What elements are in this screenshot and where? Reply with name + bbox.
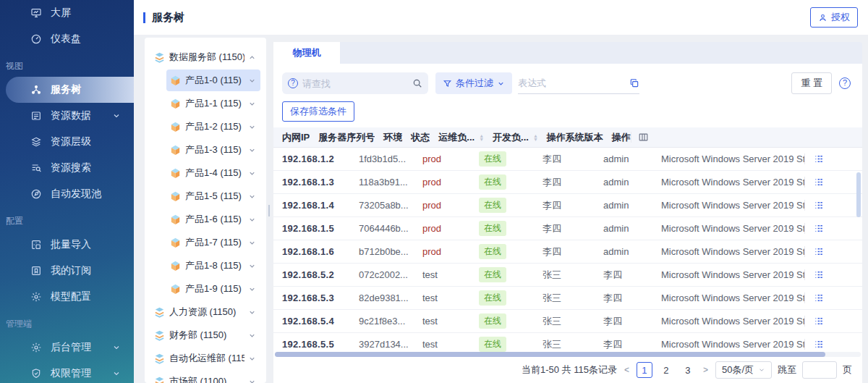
- tree-node[interactable]: 产品1-1 (115): [166, 93, 260, 114]
- copy-icon[interactable]: [629, 78, 639, 88]
- table-row[interactable]: 192.168.5.3 82de9381... test 在线 张三 李四 Mi…: [273, 287, 862, 310]
- table-column-header[interactable]: 环境 ▲▼: [375, 131, 402, 144]
- search-icon[interactable]: [412, 78, 422, 88]
- row-actions-icon[interactable]: [814, 246, 825, 257]
- save-filter-button[interactable]: 保存筛选条件: [282, 101, 354, 122]
- sidebar-item[interactable]: 视图: [0, 55, 134, 77]
- tree-node-chevron-icon[interactable]: [248, 54, 256, 62]
- sidebar-item[interactable]: 后台管理: [0, 334, 134, 361]
- sort-carets-icon[interactable]: ▲▼: [479, 134, 484, 141]
- tree-node[interactable]: 人力资源 (1150): [150, 301, 260, 323]
- table-column-header[interactable]: 内网IP ▲▼: [273, 131, 310, 144]
- search-input[interactable]: [302, 78, 408, 89]
- tree-node[interactable]: 产品1-2 (115): [166, 116, 260, 138]
- sidebar-item[interactable]: 批量导入: [0, 232, 134, 258]
- tree-node[interactable]: 产品1-5 (115): [166, 185, 260, 207]
- page-number-button[interactable]: 2: [658, 362, 674, 378]
- page-size-select[interactable]: 50条/页: [715, 361, 772, 379]
- tree-node[interactable]: 产品1-9 (115): [166, 278, 260, 300]
- tree-node-chevron-icon[interactable]: [248, 355, 256, 363]
- tree-node[interactable]: 产品1-4 (115): [166, 162, 260, 184]
- table-column-header[interactable]: 运维负... ▲▼: [430, 131, 484, 144]
- panel-resize-handle[interactable]: [268, 205, 270, 216]
- row-actions-icon[interactable]: [814, 292, 825, 303]
- condition-filter-button[interactable]: 条件过滤: [435, 72, 512, 94]
- sidebar-item[interactable]: 资源层级: [0, 129, 134, 155]
- tab-physical-machine[interactable]: 物理机: [273, 42, 340, 64]
- page-number-button[interactable]: 1: [637, 362, 652, 378]
- sidebar-item[interactable]: 权限管理: [0, 361, 134, 383]
- tree-node[interactable]: 产品1-8 (115): [166, 255, 260, 277]
- table-column-header[interactable]: 状态 ▲▼: [402, 131, 430, 144]
- sidebar-item[interactable]: 管理端: [0, 313, 134, 334]
- table-row[interactable]: 192.168.5.4 9c21f8e3... test 在线 张三 李四 Mi…: [273, 310, 862, 333]
- row-actions-icon[interactable]: [814, 200, 825, 211]
- cell-env: test: [414, 292, 470, 303]
- tree-node-chevron-icon[interactable]: [248, 146, 256, 154]
- table-row[interactable]: 192.168.1.6 b712b0be... prod 在线 李四 admin…: [273, 240, 862, 264]
- table-row[interactable]: 192.168.1.5 7064446b... prod 在线 李四 admin…: [273, 217, 862, 240]
- tree-node-chevron-icon[interactable]: [248, 332, 256, 340]
- row-actions-icon[interactable]: [814, 339, 825, 350]
- sidebar-item[interactable]: 资源搜索: [0, 155, 134, 181]
- row-actions-icon[interactable]: [814, 153, 825, 164]
- table-row[interactable]: 192.168.5.2 072c2002... test 在线 张三 李四 Mi…: [273, 264, 862, 287]
- table-card: ? 条件过滤 重 置 ? 保存筛选条件 内网IP ▲▼: [273, 64, 862, 383]
- cell-internal-ip: 192.168.5.2: [273, 269, 350, 280]
- row-actions-icon[interactable]: [814, 177, 825, 188]
- cell-os-version: Microsoft Windows Server 2019 Stan...: [652, 153, 804, 164]
- row-actions-icon[interactable]: [814, 269, 825, 280]
- prev-page-button[interactable]: <: [623, 365, 631, 375]
- table-column-header[interactable]: 操作 ▲▼: [603, 131, 631, 144]
- tree-node-chevron-icon[interactable]: [248, 123, 256, 131]
- table-row[interactable]: 192.168.5.5 3927d134... test 在线 张三 李四 Mi…: [273, 333, 862, 352]
- tree-node[interactable]: 产品1-7 (115): [166, 232, 260, 253]
- reset-button[interactable]: 重 置: [791, 72, 832, 94]
- sidebar-item[interactable]: 资源数据: [0, 103, 134, 129]
- tree-node[interactable]: 财务部 (1150): [150, 324, 260, 346]
- tree-node-chevron-icon[interactable]: [248, 378, 256, 383]
- jump-page-input[interactable]: [802, 361, 837, 379]
- page-number-button[interactable]: 3: [680, 362, 696, 378]
- sidebar-item[interactable]: 服务树: [6, 77, 134, 103]
- tree-node[interactable]: 产品1-6 (115): [166, 209, 260, 230]
- sidebar-item[interactable]: 自动发现池: [0, 181, 134, 207]
- tree-node-chevron-icon[interactable]: [248, 216, 256, 224]
- row-actions-icon[interactable]: [814, 223, 825, 234]
- tree-node[interactable]: 产品1-3 (115): [166, 139, 260, 161]
- sidebar-item[interactable]: 我的订阅: [0, 258, 134, 284]
- help-icon[interactable]: ?: [839, 77, 851, 89]
- tree-node-chevron-icon[interactable]: [248, 308, 256, 316]
- tree-node-chevron-icon[interactable]: [248, 169, 256, 177]
- tree-node[interactable]: 数据服务部 (1150): [150, 46, 260, 68]
- horizontal-scrollbar-thumb[interactable]: [275, 352, 825, 357]
- column-settings-icon[interactable]: [638, 132, 649, 143]
- search-box[interactable]: ?: [282, 72, 428, 94]
- tree-node-chevron-icon[interactable]: [248, 239, 256, 247]
- tree-node[interactable]: 产品1-0 (115): [166, 70, 260, 91]
- tree-node-chevron-icon[interactable]: [248, 193, 256, 201]
- row-actions-icon[interactable]: [814, 316, 825, 327]
- next-page-button[interactable]: >: [702, 365, 710, 375]
- table-row[interactable]: 192.168.1.3 118a3b91... prod 在线 李四 admin…: [273, 171, 862, 194]
- table-column-header[interactable]: 开发负... ▲▼: [484, 131, 538, 144]
- tree-node-chevron-icon[interactable]: [248, 100, 256, 108]
- cell-ops-owner: 李四: [534, 176, 595, 189]
- tree-node[interactable]: 市场部 (1100): [150, 371, 260, 383]
- authorize-button[interactable]: 授权: [810, 7, 858, 28]
- table-row[interactable]: 192.168.1.2 1fd3b1d5... prod 在线 李四 admin…: [273, 148, 862, 171]
- vertical-scrollbar-thumb[interactable]: [856, 172, 861, 217]
- table-row[interactable]: 192.168.1.4 73205a8b... prod 在线 李四 admin…: [273, 194, 862, 217]
- sidebar-item[interactable]: 配置: [0, 210, 134, 232]
- tree-node-chevron-icon[interactable]: [248, 77, 256, 85]
- sidebar-item[interactable]: 模型配置: [0, 284, 134, 310]
- sidebar-item[interactable]: 仪表盘: [0, 26, 134, 52]
- expression-input[interactable]: [518, 77, 629, 88]
- sidebar-item[interactable]: 大屏: [0, 0, 134, 26]
- tree-node[interactable]: 自动化运维部 (1150): [150, 348, 260, 369]
- table-column-header[interactable]: 服务器序列号 ▲▼: [310, 131, 375, 144]
- tree-node-chevron-icon[interactable]: [248, 262, 256, 270]
- sort-carets-icon[interactable]: ▲▼: [533, 134, 538, 141]
- table-column-header[interactable]: 操作系统版本 ▲▼: [538, 131, 603, 144]
- tree-node-chevron-icon[interactable]: [248, 285, 256, 293]
